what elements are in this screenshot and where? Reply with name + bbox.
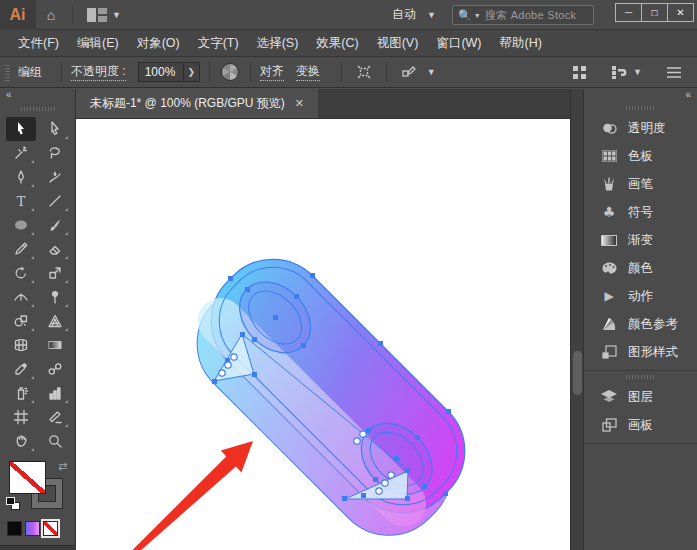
workspace-layout-icon[interactable] xyxy=(87,8,107,22)
artboard-canvas[interactable] xyxy=(76,119,570,550)
align-link[interactable]: 对齐 xyxy=(260,63,284,81)
fill-swatch-none[interactable] xyxy=(9,461,46,494)
color-icon xyxy=(600,262,618,274)
tool-symbol-sprayer[interactable] xyxy=(6,381,36,405)
tool-curvature[interactable] xyxy=(40,165,70,189)
tool-line-segment[interactable] xyxy=(40,189,70,213)
panel-tab-label: 画笔 xyxy=(628,176,653,193)
tool-selection[interactable] xyxy=(6,117,36,141)
tool-gradient[interactable] xyxy=(40,333,70,357)
chevron-right-icon[interactable]: ❯ xyxy=(184,62,200,82)
drag-grip[interactable] xyxy=(626,375,656,379)
panel-tab-transparency[interactable]: 透明度 xyxy=(584,114,697,142)
panel-tab-label: 颜色 xyxy=(628,260,653,277)
tool-width[interactable] xyxy=(6,285,36,309)
menu-item-2[interactable]: 对象(O) xyxy=(129,31,188,56)
menu-item-6[interactable]: 视图(V) xyxy=(369,31,427,56)
close-tab-icon[interactable]: ✕ xyxy=(295,97,304,110)
drag-grip[interactable] xyxy=(21,107,55,111)
home-icon[interactable]: ⌂ xyxy=(36,7,66,23)
tool-eyedropper[interactable] xyxy=(6,357,36,381)
chevron-down-icon[interactable]: ▼ xyxy=(112,10,121,20)
tool-rotate[interactable] xyxy=(6,261,36,285)
tool-magic-wand[interactable] xyxy=(6,141,36,165)
menu-item-5[interactable]: 效果(C) xyxy=(308,31,366,56)
panel-tab-color[interactable]: 颜色 xyxy=(584,254,697,282)
tool-eraser[interactable] xyxy=(40,237,70,261)
tool-puppet-warp[interactable] xyxy=(40,285,70,309)
close-button[interactable]: ✕ xyxy=(667,3,694,22)
edit-similar-icon[interactable] xyxy=(401,64,417,80)
panel-menu-icon[interactable] xyxy=(666,66,682,79)
tool-slice[interactable] xyxy=(40,405,70,429)
menu-item-0[interactable]: 文件(F) xyxy=(10,31,67,56)
tool-column-graph[interactable] xyxy=(40,381,70,405)
default-fill-stroke-icon[interactable] xyxy=(6,497,20,510)
flyout-indicator xyxy=(31,160,34,163)
recolor-artwork-icon[interactable] xyxy=(221,63,239,81)
tool-artboard[interactable] xyxy=(6,405,36,429)
tool-hand[interactable] xyxy=(6,429,36,453)
vertical-scrollbar[interactable] xyxy=(570,89,583,550)
tool-blend[interactable] xyxy=(40,357,70,381)
snap-options-icon[interactable]: ▼ xyxy=(611,65,642,80)
tool-ellipse[interactable] xyxy=(6,213,36,237)
color-button[interactable] xyxy=(7,521,22,536)
flyout-indicator xyxy=(65,304,68,307)
tool-direct-selection[interactable] xyxy=(40,117,70,141)
none-button[interactable] xyxy=(43,521,58,536)
panel-tab-color-guide[interactable]: 颜色参考 xyxy=(584,310,697,338)
panel-tab-gradient-panel[interactable]: 渐变 xyxy=(584,226,697,254)
panel-divider xyxy=(584,370,697,371)
flyout-indicator xyxy=(65,280,68,283)
drag-grip[interactable] xyxy=(5,63,10,81)
menu-item-7[interactable]: 窗口(W) xyxy=(428,31,489,56)
arrange-icon[interactable] xyxy=(572,65,587,80)
stock-search-input[interactable]: 🔍 ▼ 搜索 Adobe Stock xyxy=(452,5,594,25)
opacity-value[interactable]: 100% xyxy=(138,62,184,82)
tool-shape-builder[interactable] xyxy=(6,309,36,333)
free-transform-icon[interactable] xyxy=(356,64,372,80)
swap-fill-stroke-icon[interactable]: ⇄ xyxy=(58,460,67,473)
panel-tab-label: 渐变 xyxy=(628,232,653,249)
tool-perspective-grid[interactable] xyxy=(40,309,70,333)
tool-zoom[interactable] xyxy=(40,429,70,453)
tool-type[interactable]: T xyxy=(6,189,36,213)
panel-tab-symbols[interactable]: ♣符号 xyxy=(584,198,697,226)
minimize-button[interactable]: ─ xyxy=(615,3,642,22)
opacity-combo[interactable]: 100% ❯ xyxy=(138,62,200,82)
flyout-indicator xyxy=(31,304,34,307)
document-area: 未标题-1* @ 100% (RGB/GPU 预览) ✕ xyxy=(76,89,570,550)
tool-pen[interactable] xyxy=(6,165,36,189)
menu-item-8[interactable]: 帮助(H) xyxy=(492,31,550,56)
tool-lasso[interactable] xyxy=(40,141,70,165)
document-tab[interactable]: 未标题-1* @ 100% (RGB/GPU 预览) ✕ xyxy=(76,89,318,118)
menu-item-3[interactable]: 文字(T) xyxy=(190,31,247,56)
gradient-button[interactable] xyxy=(25,521,40,536)
maximize-button[interactable]: □ xyxy=(641,3,668,22)
auto-dropdown[interactable]: 自动 ▼ xyxy=(392,6,436,23)
panel-tab-graphic-styles[interactable]: 图形样式 xyxy=(584,338,697,366)
chevron-down-icon[interactable]: ▼ xyxy=(427,67,436,77)
panel-tab-layers[interactable]: 图层 xyxy=(584,383,697,411)
collapse-tools-icon[interactable]: « xyxy=(0,89,75,103)
artboards-icon xyxy=(600,418,618,432)
panel-tab-artboards[interactable]: 画板 xyxy=(584,411,697,439)
selected-artwork[interactable] xyxy=(76,119,570,550)
collapse-panels-icon[interactable]: « xyxy=(584,89,697,102)
annotation-arrow xyxy=(123,441,253,550)
tool-scale[interactable] xyxy=(40,261,70,285)
drag-grip[interactable] xyxy=(626,106,656,110)
flyout-indicator xyxy=(65,424,68,427)
scrollbar-thumb[interactable] xyxy=(573,351,582,395)
tool-shaper-pencil[interactable] xyxy=(6,237,36,261)
menu-item-4[interactable]: 选择(S) xyxy=(249,31,307,56)
panel-tab-actions[interactable]: ▶动作 xyxy=(584,282,697,310)
opacity-link[interactable]: 不透明度 : xyxy=(71,63,126,81)
tool-paintbrush[interactable] xyxy=(40,213,70,237)
menu-item-1[interactable]: 编辑(E) xyxy=(69,31,127,56)
transform-link[interactable]: 变换 xyxy=(296,63,320,81)
panel-tab-brushes[interactable]: 画笔 xyxy=(584,170,697,198)
tool-mesh[interactable] xyxy=(6,333,36,357)
panel-tab-swatches[interactable]: 色板 xyxy=(584,142,697,170)
